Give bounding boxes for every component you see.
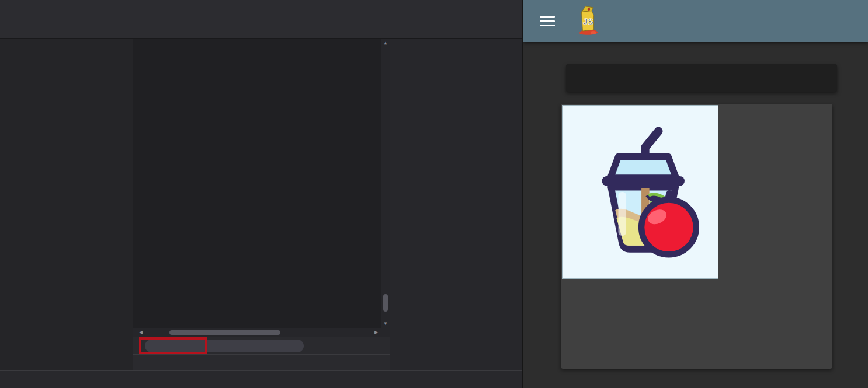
vertical-scrollbar[interactable]: ▲ ▼ bbox=[381, 39, 390, 328]
drawer-tab-bar bbox=[0, 370, 522, 388]
app-toolbar: JS bbox=[523, 0, 868, 42]
horizontal-scroll-thumb[interactable] bbox=[169, 330, 280, 335]
devtools-main: ▲ ▼ ◀ ▶ bbox=[0, 19, 522, 370]
previous-match-button[interactable] bbox=[307, 339, 322, 353]
juice-shop-logo-icon: JS bbox=[575, 5, 602, 37]
scroll-down-icon[interactable]: ▼ bbox=[381, 320, 390, 327]
editor-tab-strip bbox=[133, 19, 390, 39]
juice-shop-page: JS bbox=[522, 0, 868, 388]
scroll-left-icon[interactable]: ◀ bbox=[137, 328, 145, 337]
language-globe-icon[interactable] bbox=[842, 14, 856, 28]
product-card[interactable] bbox=[561, 104, 832, 369]
clear-search-icon[interactable] bbox=[284, 342, 293, 350]
scroll-right-icon[interactable]: ▶ bbox=[372, 328, 380, 337]
debugger-toolbar bbox=[390, 19, 522, 39]
debugger-pane bbox=[390, 19, 522, 370]
search-icon[interactable] bbox=[815, 14, 829, 28]
devtools-toolbar bbox=[0, 0, 522, 19]
menu-icon[interactable] bbox=[540, 16, 555, 26]
code-editor[interactable]: ▲ ▼ bbox=[133, 39, 390, 328]
file-tree bbox=[0, 39, 133, 370]
scroll-up-icon[interactable]: ▲ bbox=[381, 40, 390, 47]
page-heading bbox=[566, 64, 837, 92]
replace-toggle-icon[interactable] bbox=[135, 341, 144, 351]
product-image[interactable] bbox=[562, 105, 718, 279]
search-input[interactable] bbox=[145, 340, 304, 352]
next-match-button[interactable] bbox=[326, 339, 341, 353]
svg-text:JS: JS bbox=[583, 17, 593, 26]
navigator-pane bbox=[0, 19, 133, 370]
screen: ▲ ▼ ◀ ▶ bbox=[0, 0, 868, 388]
vertical-scroll-thumb[interactable] bbox=[383, 294, 388, 312]
horizontal-scrollbar[interactable]: ◀ ▶ bbox=[133, 328, 390, 337]
editor-status-bar bbox=[133, 354, 390, 370]
close-search-icon[interactable] bbox=[360, 340, 373, 352]
devtools-window: ▲ ▼ ◀ ▶ bbox=[0, 0, 522, 388]
navigator-header bbox=[0, 19, 133, 39]
product-info bbox=[718, 105, 830, 279]
debugger-sections bbox=[390, 39, 522, 370]
editor-search-bar bbox=[133, 337, 390, 354]
editor-pane: ▲ ▼ ◀ ▶ bbox=[133, 19, 390, 370]
